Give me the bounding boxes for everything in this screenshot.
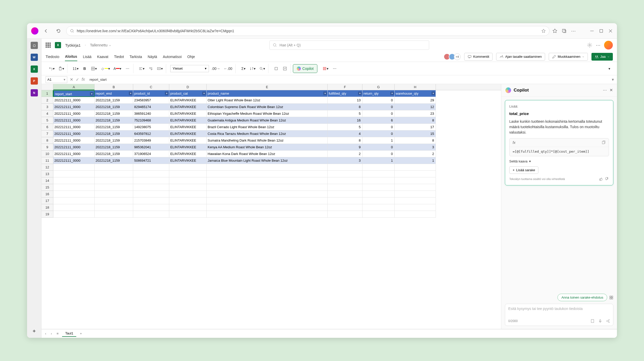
rail-word-icon[interactable]: W [31, 54, 38, 61]
cell[interactable] [395, 164, 436, 171]
col-header[interactable]: C [133, 84, 169, 90]
table-header-cell[interactable]: report_start▾ [53, 90, 95, 97]
borders-button[interactable]: ▾ [90, 65, 98, 72]
cell[interactable]: 829465174 [133, 104, 169, 110]
cell[interactable]: 1 [395, 157, 436, 164]
row-header[interactable]: 10 [41, 151, 53, 157]
cell[interactable] [328, 211, 362, 218]
star-outline-icon[interactable] [541, 29, 546, 33]
cell[interactable] [207, 204, 328, 211]
cell[interactable] [207, 191, 328, 198]
cell[interactable]: 0 [362, 144, 395, 151]
cell[interactable] [362, 171, 395, 177]
cell[interactable]: 0 [362, 104, 395, 110]
bold-button[interactable]: B [81, 65, 88, 72]
cell[interactable]: Brazil Cerrado Light Roast Whole Bean 12… [207, 124, 328, 130]
tab-file[interactable]: Tiedosto [46, 53, 59, 61]
table-header-cell[interactable]: product_id▾ [133, 90, 169, 97]
copilot-input[interactable]: Esitä kysymys tai tee pyyntö taulukon ti… [505, 304, 613, 326]
cell[interactable]: 202212111_0000 [53, 157, 95, 164]
minimize-icon[interactable] [590, 29, 594, 33]
cell[interactable]: 3 [395, 144, 436, 151]
cell[interactable]: 985362041 [133, 144, 169, 151]
cell[interactable] [207, 171, 328, 177]
row-header[interactable]: 4 [41, 110, 53, 117]
table-header-cell[interactable]: report_end▾ [95, 90, 133, 97]
cell[interactable]: 8 [328, 104, 362, 110]
cell[interactable]: Otter Light Roast Whole Bean 12oz [207, 97, 328, 104]
cell[interactable]: 8 [328, 137, 362, 144]
cell[interactable]: ELINTARVIKKEE [169, 157, 207, 164]
cell[interactable] [95, 191, 133, 198]
fill-color-button[interactable]: ▾ [99, 65, 111, 72]
cell[interactable] [53, 198, 95, 204]
maximize-icon[interactable] [599, 29, 604, 33]
cell[interactable] [328, 198, 362, 204]
table-header-cell[interactable]: product_cat▾ [169, 90, 207, 97]
row-header[interactable]: 1 [41, 90, 53, 97]
cell[interactable]: 12 [395, 104, 436, 110]
addins-button[interactable] [273, 65, 280, 72]
cell[interactable]: 17 [395, 124, 436, 130]
cell[interactable] [362, 184, 395, 191]
share-button[interactable]: Jaa [591, 53, 613, 61]
copilot-ribbon-button[interactable]: Copilot [293, 64, 318, 73]
cell[interactable]: 371906524 [133, 151, 169, 157]
cell[interactable]: 202212111_0000 [53, 104, 95, 110]
cell[interactable]: 386591240 [133, 110, 169, 117]
presence-indicator[interactable]: +4 [445, 53, 461, 60]
filter-icon[interactable]: ▾ [358, 92, 362, 95]
catchup-button[interactable]: Ajan tasalle saattaminen [496, 53, 545, 61]
cell[interactable]: 2 [395, 151, 436, 157]
filter-icon[interactable]: ▾ [129, 92, 132, 95]
analyze-button[interactable] [281, 65, 289, 72]
cell[interactable] [133, 191, 169, 198]
cell[interactable] [328, 177, 362, 184]
cell[interactable] [328, 171, 362, 177]
cell[interactable]: 6 [362, 117, 395, 124]
tab-formulas[interactable]: Kaavat [97, 53, 108, 61]
cell[interactable]: 20221218_1159 [95, 110, 133, 117]
cell[interactable]: ELINTARVIKKEE [169, 104, 207, 110]
cell[interactable]: 20221218_1159 [95, 97, 133, 104]
cell[interactable] [395, 198, 436, 204]
cell[interactable] [133, 177, 169, 184]
copilot-more-icon[interactable]: ⋯ [603, 88, 607, 93]
autosum-button[interactable]: Σ▾ [240, 65, 247, 72]
number-format-select[interactable]: Yleiset▾ [170, 65, 209, 72]
cell[interactable] [53, 184, 95, 191]
row-header[interactable]: 18 [41, 204, 53, 211]
cell[interactable]: 202212111_0000 [53, 117, 95, 124]
copy-icon[interactable] [601, 141, 606, 145]
cell[interactable] [169, 198, 207, 204]
more-icon[interactable]: ⋯ [571, 28, 576, 34]
add-column-button[interactable]: +Lisää sarake [509, 166, 538, 174]
cell[interactable]: 0 [362, 151, 395, 157]
name-box[interactable]: A1▾ [46, 76, 67, 83]
cell[interactable]: 5 [328, 124, 362, 130]
tab-help[interactable]: Ohje [187, 53, 195, 61]
cell[interactable] [95, 204, 133, 211]
cell[interactable] [95, 184, 133, 191]
cell[interactable]: 202212111_0000 [53, 124, 95, 130]
cell[interactable] [207, 177, 328, 184]
row-header[interactable]: 11 [41, 157, 53, 164]
cell[interactable] [53, 211, 95, 218]
col-header[interactable]: A [53, 84, 95, 90]
cell[interactable]: 20221218_1159 [95, 104, 133, 110]
ribbon-more-icon[interactable]: ⋯ [331, 65, 338, 72]
cell[interactable]: 8 [395, 117, 436, 124]
cell[interactable]: 5 [328, 110, 362, 117]
thumbs-up-icon[interactable] [599, 177, 603, 181]
cell[interactable]: 8 [395, 137, 436, 144]
cell[interactable]: Guatemala Antigua Medium Roast Whole Bea… [207, 117, 328, 124]
cell[interactable] [169, 164, 207, 171]
cell[interactable]: Costa Rica Tarrazu Medium Roast Whole Be… [207, 130, 328, 137]
cell[interactable]: Hawaiian Kona Dark Roast Whole Bean 12oz [207, 151, 328, 157]
cell[interactable]: 215703849 [133, 137, 169, 144]
row-header[interactable]: 16 [41, 191, 53, 198]
cell[interactable]: 20221218_1159 [95, 130, 133, 137]
spreadsheet-grid[interactable]: A B C D E F G H 1report_start▾report_end… [41, 84, 501, 329]
address-bar[interactable]: https://onedrive.live.com/:w:/t/EaCKkPs6… [66, 26, 549, 36]
cell[interactable] [53, 171, 95, 177]
